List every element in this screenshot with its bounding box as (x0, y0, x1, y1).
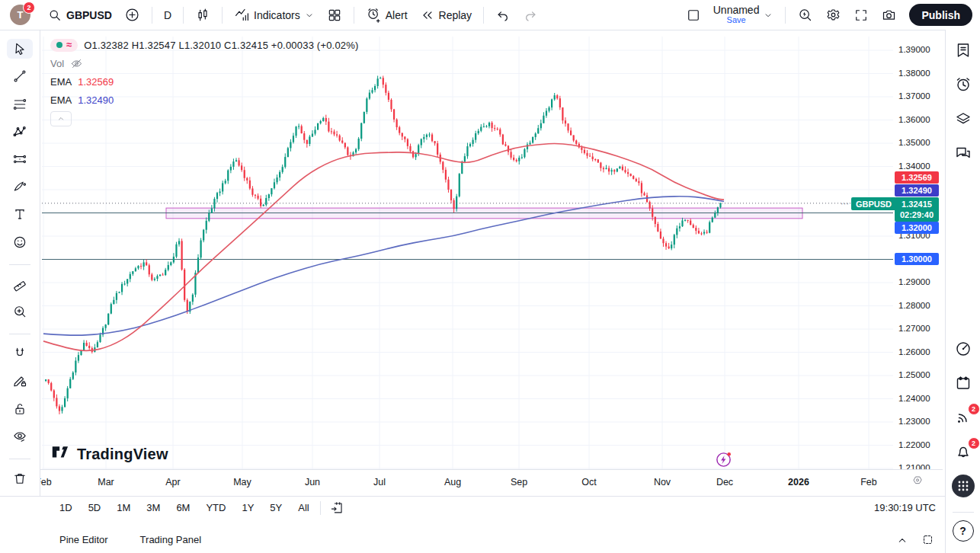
price-tick: 1.34000 (898, 161, 930, 171)
price-tick: 1.38000 (898, 69, 930, 78)
interval-button[interactable]: D (158, 3, 178, 27)
redo-button[interactable] (517, 3, 544, 27)
events-flash-button[interactable] (715, 451, 732, 468)
zoom-in-tool-button[interactable] (7, 302, 33, 321)
plus-circle-icon (124, 7, 140, 23)
ema-slow-label[interactable]: EMA (50, 94, 72, 106)
lock-drawings-button[interactable] (7, 399, 33, 419)
range-button-1M[interactable]: 1M (112, 500, 135, 516)
indicator-templates-button[interactable] (321, 3, 348, 27)
time-axis[interactable]: FebMarAprMayJunJulAugSepOctNovDec2026Feb (40, 469, 943, 497)
layout-name-button[interactable]: Unnamed Save (707, 3, 780, 27)
indicators-button[interactable]: Indicators (228, 3, 321, 27)
calendar-button[interactable] (951, 372, 975, 395)
measure-tool-button[interactable] (7, 274, 33, 294)
legend-collapse-button[interactable] (50, 111, 72, 126)
price-tick: 1.25000 (898, 370, 930, 379)
watchlist-button[interactable] (951, 39, 975, 62)
indicators-label: Indicators (254, 9, 300, 21)
hide-drawings-button[interactable] (7, 427, 33, 446)
sidebar-divider (953, 512, 974, 513)
expand-panel-chevron-icon[interactable] (895, 533, 909, 547)
bottom-toolbar: 1D5D1M3M6MYTD1Y5YAll 19:30:19 UTC (0, 496, 945, 519)
replay-rewind-icon (420, 8, 435, 23)
axis-settings-button[interactable] (911, 475, 924, 487)
screenshot-button[interactable] (875, 3, 903, 27)
toolbar-separator (222, 7, 223, 24)
alert-button[interactable]: Alert (360, 3, 414, 27)
undo-button[interactable] (489, 3, 517, 27)
settings-button[interactable] (819, 3, 847, 27)
eye-off-icon[interactable] (70, 57, 83, 70)
range-button-1D[interactable]: 1D (55, 500, 77, 516)
screener-button[interactable] (951, 337, 975, 360)
replay-button[interactable]: Replay (414, 3, 479, 27)
fullscreen-button[interactable] (847, 3, 875, 27)
brush-tool-button[interactable] (7, 177, 33, 197)
bar-countdown: 02:29:40 (900, 209, 934, 220)
pattern-tool-button[interactable] (7, 122, 33, 142)
compare-add-symbol-button[interactable] (118, 3, 146, 27)
trend-line-tool-button[interactable] (7, 66, 33, 86)
last-price-countdown-label: 1.32415 02:29:40 (895, 197, 939, 222)
range-button-3M[interactable]: 3M (142, 500, 165, 516)
brush-icon (12, 179, 27, 194)
apps-grid-icon (952, 475, 975, 497)
price-tick: 1.22000 (898, 440, 930, 449)
text-tool-button[interactable] (7, 204, 33, 224)
user-avatar[interactable]: T 2 (10, 5, 30, 25)
apps-menu-button[interactable] (951, 475, 975, 497)
go-to-date-button[interactable] (327, 496, 347, 520)
symbol-search-button[interactable]: GBPUSD (41, 3, 118, 27)
chart-style-button[interactable] (189, 3, 216, 27)
layers-icon (954, 110, 972, 128)
tab-pine-editor[interactable]: Pine Editor (59, 534, 108, 545)
quick-search-button[interactable] (791, 3, 819, 27)
ohlc-values[interactable]: O1.32382 H1.32547 L1.32010 C1.32415 +0.0… (84, 40, 358, 51)
time-tick: Mar (98, 477, 114, 487)
publish-button[interactable]: Publish (909, 4, 972, 26)
alarm-clock-icon (954, 75, 972, 94)
fib-retracement-tool-button[interactable] (7, 94, 33, 113)
time-tick: Oct (581, 477, 596, 487)
indicators-icon (234, 7, 250, 23)
help-button[interactable]: ? (953, 520, 974, 542)
range-button-1Y[interactable]: 1Y (237, 500, 258, 516)
range-button-All[interactable]: All (293, 500, 313, 516)
toolbar-divider (9, 264, 30, 265)
ema-fast-label[interactable]: EMA (50, 76, 72, 88)
chat-button[interactable] (951, 142, 975, 165)
range-button-6M[interactable]: 6M (171, 500, 194, 516)
drawing-mode-tool-button[interactable] (7, 371, 33, 391)
market-status-pill[interactable]: ≈ (50, 39, 78, 52)
alerts-panel-button[interactable] (951, 73, 975, 96)
eye-icon (12, 429, 27, 444)
clock-utc[interactable]: 19:30:19 UTC (874, 502, 936, 513)
time-tick: Feb (40, 477, 52, 487)
price-tick: 1.39000 (898, 45, 930, 54)
price-line-more-glyph[interactable]: ⋯ (841, 199, 849, 209)
remove-drawings-button[interactable] (7, 468, 33, 488)
time-tick: Sep (511, 477, 527, 487)
gear-icon (825, 7, 841, 23)
magnet-tool-button[interactable] (7, 344, 33, 363)
emoji-tool-button[interactable] (7, 232, 33, 252)
trend-line-icon (12, 69, 27, 84)
range-button-5Y[interactable]: 5Y (265, 500, 287, 516)
tab-trading-panel[interactable]: Trading Panel (140, 534, 201, 545)
layout-select-button[interactable] (680, 3, 707, 27)
smiley-icon (12, 235, 27, 250)
replay-label: Replay (439, 9, 472, 21)
save-layout-link[interactable]: Save (727, 15, 746, 25)
fullscreen-icon (853, 8, 869, 23)
delayed-data-icon: ≈ (66, 41, 72, 49)
streams-button[interactable]: 2 (951, 406, 975, 429)
forecast-tool-button[interactable] (7, 149, 33, 169)
object-tree-button[interactable] (951, 107, 975, 130)
volume-indicator-label[interactable]: Vol (50, 58, 64, 69)
cursor-tool-button[interactable] (7, 39, 33, 59)
restore-panel-icon[interactable] (921, 533, 934, 546)
notifications-button[interactable]: 2 (951, 440, 975, 463)
range-button-5D[interactable]: 5D (84, 500, 106, 516)
range-button-YTD[interactable]: YTD (201, 500, 230, 516)
